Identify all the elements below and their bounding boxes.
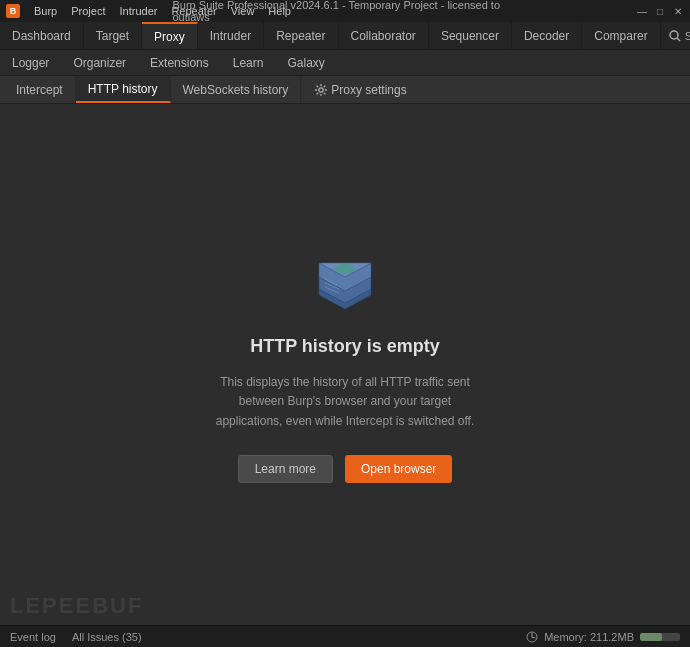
tab-intruder[interactable]: Intruder: [198, 22, 264, 49]
proxy-tab-intercept[interactable]: Intercept: [4, 76, 76, 103]
svg-point-3: [319, 87, 323, 91]
event-log-button[interactable]: Event log: [10, 631, 56, 643]
proxy-settings-icon: [315, 84, 327, 96]
proxy-tab-websockets[interactable]: WebSockets history: [171, 76, 302, 103]
tab-sequencer[interactable]: Sequencer: [429, 22, 512, 49]
tab-logger[interactable]: Logger: [0, 50, 61, 75]
title-text: Burp Suite Professional v2024.6.1 - Temp…: [173, 0, 518, 23]
memory-bar-fill: [640, 633, 662, 641]
memory-bar-container: [640, 633, 680, 641]
tab-extensions[interactable]: Extensions: [138, 50, 221, 75]
tab-dashboard[interactable]: Dashboard: [0, 22, 84, 49]
close-button[interactable]: ✕: [672, 5, 684, 17]
top-tabs: Dashboard Target Proxy Intruder Repeater…: [0, 22, 690, 50]
menu-burp[interactable]: Burp: [28, 3, 63, 19]
status-left: Event log All Issues (35): [10, 631, 142, 643]
status-right: Memory: 211.2MB: [526, 631, 680, 643]
window-controls: — □ ✕: [636, 5, 684, 17]
main-content: HTTP history is empty This displays the …: [0, 104, 690, 625]
svg-point-0: [670, 31, 678, 39]
svg-line-1: [677, 38, 680, 41]
tab-galaxy[interactable]: Galaxy: [275, 50, 336, 75]
title-bar: B Burp Project Intruder Repeater View He…: [0, 0, 690, 22]
empty-state-icon: [305, 246, 385, 316]
tab-organizer[interactable]: Organizer: [61, 50, 138, 75]
tab-learn[interactable]: Learn: [221, 50, 276, 75]
tab-collaborator[interactable]: Collaborator: [339, 22, 429, 49]
tab-comparer[interactable]: Comparer: [582, 22, 660, 49]
svg-point-8: [335, 264, 355, 274]
tab-proxy[interactable]: Proxy: [142, 22, 198, 49]
tab-target[interactable]: Target: [84, 22, 142, 49]
tab-decoder[interactable]: Decoder: [512, 22, 582, 49]
proxy-tabs: Intercept HTTP history WebSockets histor…: [0, 76, 690, 104]
search-icon: [669, 30, 681, 42]
memory-label: Memory: 211.2MB: [544, 631, 634, 643]
memory-icon: [526, 631, 538, 643]
learn-more-button[interactable]: Learn more: [238, 455, 333, 483]
all-issues-button[interactable]: All Issues (35): [72, 631, 142, 643]
proxy-tab-http-history[interactable]: HTTP history: [76, 76, 171, 103]
empty-state-description: This displays the history of all HTTP tr…: [215, 373, 475, 431]
menu-intruder[interactable]: Intruder: [114, 3, 164, 19]
tab-repeater[interactable]: Repeater: [264, 22, 338, 49]
status-bar: Event log All Issues (35) Memory: 211.2M…: [0, 625, 690, 647]
minimize-button[interactable]: —: [636, 5, 648, 17]
second-tabs: Logger Organizer Extensions Learn Galaxy: [0, 50, 690, 76]
menu-project[interactable]: Project: [65, 3, 111, 19]
maximize-button[interactable]: □: [654, 5, 666, 17]
empty-state-title: HTTP history is empty: [250, 336, 440, 357]
open-browser-button[interactable]: Open browser: [345, 455, 452, 483]
proxy-settings-tab[interactable]: Proxy settings: [305, 76, 416, 103]
burp-logo-icon: B: [6, 4, 20, 18]
search-button[interactable]: Search: [661, 22, 690, 49]
action-buttons: Learn more Open browser: [238, 455, 453, 483]
